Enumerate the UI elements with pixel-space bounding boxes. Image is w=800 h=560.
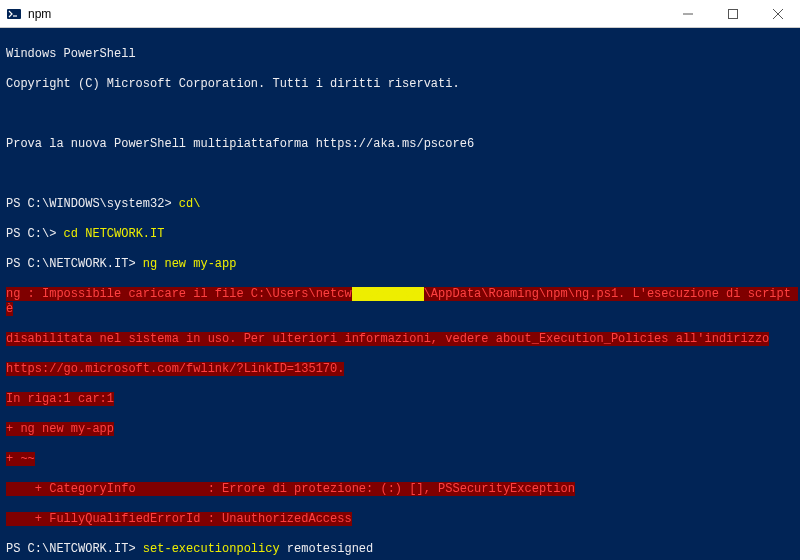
prompt-line: PS C:\> cd NETCWORK.IT bbox=[6, 227, 794, 242]
prompt-path: PS C:\> bbox=[6, 227, 56, 241]
blank-line bbox=[6, 167, 794, 182]
prompt-line: PS C:\WINDOWS\system32> cd\ bbox=[6, 197, 794, 212]
close-button[interactable] bbox=[755, 0, 800, 27]
redacted-text: XXXXXXXXXX bbox=[352, 287, 424, 301]
error-line: + ~~ bbox=[6, 452, 794, 467]
prompt-cmd: cd\ bbox=[172, 197, 201, 211]
error-line: + CategoryInfo : Errore di protezione: (… bbox=[6, 482, 794, 497]
prompt-path: PS C:\NETCWORK.IT> bbox=[6, 542, 136, 556]
error-line: https://go.microsoft.com/fwlink/?LinkID=… bbox=[6, 362, 794, 377]
titlebar: npm bbox=[0, 0, 800, 28]
error-line: disabilitata nel sistema in uso. Per ult… bbox=[6, 332, 794, 347]
error-line: + ng new my-app bbox=[6, 422, 794, 437]
prompt-cmd: ng new my-app bbox=[136, 257, 237, 271]
terminal-output[interactable]: Windows PowerShell Copyright (C) Microso… bbox=[0, 28, 800, 560]
copyright-line: Copyright (C) Microsoft Corporation. Tut… bbox=[6, 77, 794, 92]
prompt-line: PS C:\NETCWORK.IT> set-executionpolicy r… bbox=[6, 542, 794, 557]
error-line: In riga:1 car:1 bbox=[6, 392, 794, 407]
try-new-line: Prova la nuova PowerShell multipiattafor… bbox=[6, 137, 794, 152]
prompt-cmd: cd NETCWORK.IT bbox=[56, 227, 164, 241]
window-controls bbox=[665, 0, 800, 27]
window-title: npm bbox=[28, 7, 665, 21]
svg-rect-3 bbox=[728, 9, 737, 18]
prompt-cmd: set-executionpolicy bbox=[136, 542, 280, 556]
powershell-icon bbox=[6, 6, 22, 22]
prompt-line: PS C:\NETCWORK.IT> ng new my-app bbox=[6, 257, 794, 272]
blank-line bbox=[6, 107, 794, 122]
prompt-path: PS C:\WINDOWS\system32> bbox=[6, 197, 172, 211]
maximize-button[interactable] bbox=[710, 0, 755, 27]
header-line: Windows PowerShell bbox=[6, 47, 794, 62]
error-line: ng : Impossibile caricare il file C:\Use… bbox=[6, 287, 794, 317]
svg-rect-0 bbox=[7, 9, 21, 19]
minimize-button[interactable] bbox=[665, 0, 710, 27]
error-line: + FullyQualifiedErrorId : UnauthorizedAc… bbox=[6, 512, 794, 527]
prompt-path: PS C:\NETCWORK.IT> bbox=[6, 257, 136, 271]
